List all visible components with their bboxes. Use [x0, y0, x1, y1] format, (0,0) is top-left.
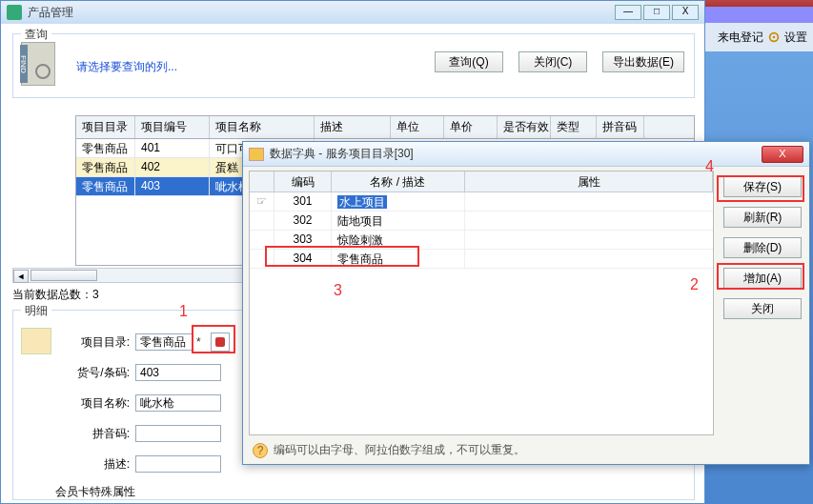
dict-row[interactable]: 303惊险刺激 [250, 231, 713, 250]
required-asterisk: * [196, 335, 201, 349]
col-py[interactable]: 拼音码 [597, 116, 644, 138]
query-legend: 查询 [21, 27, 51, 43]
sku-label: 货号/条码: [69, 365, 135, 381]
callout-number-3: 3 [334, 282, 342, 299]
refresh-button[interactable]: 刷新(R) [723, 207, 802, 228]
col-unit[interactable]: 单位 [391, 116, 444, 138]
desc-input[interactable] [135, 455, 221, 473]
pinyin-input[interactable] [135, 425, 221, 442]
minimize-button[interactable]: — [615, 5, 641, 20]
dialog-titlebar[interactable]: 数据字典 - 服务项目目录[30] X [243, 142, 809, 167]
callout-number-2: 2 [690, 276, 699, 293]
main-titlebar[interactable]: 产品管理 — □ X [1, 1, 704, 24]
sku-input[interactable] [135, 364, 221, 381]
vip-attributes-label: 会员卡特殊属性 [55, 484, 135, 500]
row-pointer-icon: ☞ [250, 192, 274, 211]
detail-icon [21, 328, 51, 354]
export-button[interactable]: 导出数据(E) [602, 51, 684, 72]
magnifier-icon [35, 64, 51, 79]
delete-button[interactable]: 删除(D) [723, 237, 802, 258]
callout-number-1: 1 [179, 303, 188, 320]
col-attr[interactable]: 属性 [465, 171, 713, 192]
col-name[interactable]: 项目名称 [210, 116, 315, 138]
settings-link[interactable]: 设置 [784, 30, 807, 46]
col-code[interactable]: 项目编号 [135, 116, 210, 138]
table-header: 项目目录 项目编号 项目名称 描述 单位 单价 是否有效 类型 拼音码 [75, 115, 695, 139]
gear-icon [767, 30, 781, 44]
query-groupbox: 查询 FIND 请选择要查询的列... 查询(Q) 关闭(C) 导出数据(E) [12, 33, 695, 98]
lookup-icon [215, 337, 225, 347]
dialog-title: 数据字典 - 服务项目目录[30] [270, 146, 762, 162]
maximize-button[interactable]: □ [643, 5, 670, 20]
col-code[interactable]: 编码 [274, 171, 332, 192]
desc-label: 描述: [69, 456, 135, 473]
col-valid[interactable]: 是否有效 [498, 116, 551, 138]
select-columns-link[interactable]: 请选择要查询的列... [76, 59, 177, 75]
find-icon: FIND [21, 42, 55, 86]
hint-bar: ? 编码可以由字母、阿拉伯数字组成，不可以重复。 [253, 442, 525, 458]
directory-input[interactable] [135, 333, 193, 351]
callout-number-4: 4 [705, 158, 714, 175]
query-button[interactable]: 查询(Q) [435, 51, 503, 72]
dict-row[interactable]: ☞ 301 水上项目 [250, 192, 713, 212]
data-dictionary-dialog: 数据字典 - 服务项目目录[30] X 编码 名称 / 描述 属性 ☞ 301 … [242, 141, 810, 465]
record-count-label: 当前数据总数：3 [12, 287, 99, 303]
scroll-thumb[interactable] [30, 270, 97, 281]
hint-text: 编码可以由字母、阿拉伯数字组成，不可以重复。 [274, 442, 525, 458]
close-button[interactable]: X [672, 5, 699, 20]
folder-icon [249, 148, 264, 161]
col-desc[interactable]: 描述 [315, 116, 391, 138]
dict-row[interactable]: 302陆地项目 [250, 212, 713, 231]
help-icon: ? [253, 443, 268, 458]
directory-lookup-button[interactable] [211, 333, 230, 352]
call-register-link[interactable]: 来电登记 [718, 30, 763, 46]
svg-point-1 [773, 36, 776, 39]
dialog-grid: 编码 名称 / 描述 属性 ☞ 301 水上项目 302陆地项目 303惊险刺激… [249, 171, 714, 435]
directory-label: 项目目录: [69, 334, 135, 351]
dict-row[interactable]: 304零售商品 [250, 250, 713, 269]
name-input[interactable] [135, 394, 221, 412]
pinyin-label: 拼音码: [69, 426, 135, 442]
col-name-desc[interactable]: 名称 / 描述 [332, 171, 465, 192]
col-directory[interactable]: 项目目录 [76, 116, 135, 138]
save-button[interactable]: 保存(S) [723, 176, 802, 197]
scroll-left-arrow[interactable]: ◄ [13, 270, 29, 283]
app-icon [7, 5, 22, 20]
detail-legend: 明细 [21, 303, 51, 319]
window-title: 产品管理 [28, 5, 613, 21]
add-button[interactable]: 增加(A) [723, 268, 802, 289]
col-price[interactable]: 单价 [444, 116, 498, 138]
dialog-close-button[interactable]: X [762, 146, 803, 163]
close-query-button[interactable]: 关闭(C) [518, 51, 587, 72]
name-label: 项目名称: [69, 395, 135, 412]
close-dialog-button[interactable]: 关闭 [723, 298, 802, 319]
col-type[interactable]: 类型 [551, 116, 597, 138]
